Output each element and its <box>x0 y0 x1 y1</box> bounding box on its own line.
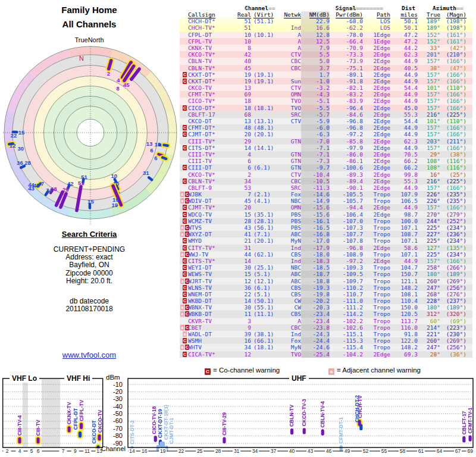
cell-miles: 91.8 <box>390 331 418 337</box>
cell-magn: (225°) <box>440 111 471 118</box>
cell-miles: 107.1 <box>390 251 418 258</box>
cell-real: 14 <box>233 298 251 304</box>
channel-marker-36 <box>21 166 24 168</box>
cell-magn: (47°) <box>440 65 471 71</box>
signal-bar-CBLN-TV-4 <box>321 429 324 435</box>
cell-true: 203° <box>418 138 440 145</box>
cell-magn: (211°) <box>440 138 471 145</box>
channel-tick-label: 64 <box>437 448 443 454</box>
cell-netwk: A <box>280 38 301 45</box>
dbm-tick-label: -20 <box>113 388 123 395</box>
tvfool-link[interactable]: www.tvfool.com <box>62 350 116 359</box>
polar-channel-label: 34 <box>46 187 52 193</box>
cell-netwk: CW <box>280 298 301 304</box>
cell-pwr: -89.4 <box>330 178 363 184</box>
cell-netwk: CTV <box>280 171 301 178</box>
cell-real: 13 <box>233 118 251 124</box>
cell-real: 40 <box>233 58 251 64</box>
cell-pwr: -73.9 <box>330 58 363 64</box>
table-row: CKCO-TV*2CTV-10.4-89.32Edge99.816°(25°) <box>180 171 472 178</box>
cell-miles: 110.4 <box>390 298 418 304</box>
cell-callsign: CHCH-DT* <box>188 18 233 24</box>
bar-callsign-label: CBLN-TV <box>289 404 295 427</box>
cell-miles: 44.9 <box>390 91 418 98</box>
cell-callsign: CBET <box>188 324 233 331</box>
cell-virt: (20.1) <box>251 131 280 137</box>
table-row: CCICO-DT*18(18.1)TVO-5.5-96.42Edge45.015… <box>180 105 472 111</box>
cell-miles: 121.1 <box>390 278 418 284</box>
vhf-hi-band-label: VHF Hi <box>64 374 92 383</box>
channel-tick-label: 7 <box>62 448 65 454</box>
signal-bar-CKCO-TV-3 <box>303 428 306 434</box>
dbm-tick-label: -50 <box>113 410 123 417</box>
cell-callsign: CBLN-TV* <box>188 65 233 71</box>
cell-pwr: -83.9 <box>330 98 363 104</box>
cell-magn: (236°) <box>440 231 471 237</box>
cell-callsign: CKVR-TV <box>188 318 233 324</box>
cell-path: Tropo <box>363 198 390 204</box>
cell-real: 42 <box>233 51 251 58</box>
table-row: CHCH-DT*51(51.1)22.9-68.0LOS50.1189°(198… <box>180 18 472 24</box>
search-criteria-title: Search Criteria <box>0 230 178 239</box>
cell-virt <box>251 138 280 145</box>
vhf-lo-band-label: VHF Lo <box>10 374 39 383</box>
table-row: aCWJBK7(2.1)Fox-14.6-105.5Tropo107.9226°… <box>180 191 472 198</box>
cell-path: 2Edge <box>363 211 390 218</box>
cell-true: 152° <box>418 38 440 45</box>
channel-marker-2 <box>109 61 111 69</box>
cell-true: 101° <box>418 118 440 124</box>
cell-callsign: CITS-TV* <box>188 258 233 264</box>
warning-cell: C <box>180 258 188 264</box>
cell-pwr: -111.2 <box>330 304 363 311</box>
cell-virt <box>251 318 280 324</box>
cell-magn: (166°) <box>440 78 471 84</box>
signal-bar-CKXT-DT-19(1) <box>159 442 165 447</box>
cell-true: 227° <box>418 231 440 237</box>
adjacent-channel-badge: a <box>328 368 334 375</box>
cell-pwr: -75.1 <box>330 65 363 71</box>
cell-netwk: MyN <box>280 344 301 350</box>
cell-path: 2Edge <box>363 124 390 131</box>
channel-tick-label: 43 <box>308 448 314 454</box>
cell-real: 12 <box>233 278 251 284</box>
cell-pwr: -107.8 <box>330 237 363 244</box>
bar-callsign-label: CKCO-DT <box>91 420 97 443</box>
cell-netwk: A <box>280 318 301 324</box>
cell-virt: (5.1) <box>251 271 280 277</box>
cell-nm: -24.6 <box>301 344 330 350</box>
cell-netwk: A <box>280 45 301 51</box>
table-row: CIII-TV6GTN-7.3-86.12Edge66.2108°(116°) <box>180 158 472 164</box>
cell-virt <box>251 24 280 31</box>
warning-cell: C <box>180 245 188 251</box>
cell-true: 152° <box>418 32 440 38</box>
cell-true: 225° <box>418 237 440 244</box>
channel-tick-label: 11 <box>84 448 90 454</box>
cell-callsign: CICO-TV* <box>188 98 233 104</box>
cell-path: 2Edge <box>363 58 390 64</box>
cell-magn: (25°) <box>440 171 471 178</box>
cell-virt: (25.1) <box>251 264 280 271</box>
cell-callsign: CBLFT-17 <box>188 111 233 118</box>
cell-miles: 113.7 <box>390 318 418 324</box>
polar-channel-label: 36 <box>17 159 23 166</box>
cell-real: 13 <box>233 84 251 91</box>
cell-true: 244° <box>418 218 440 224</box>
cell-virt: (62.1) <box>251 251 280 258</box>
cell-true: 29° <box>418 151 440 158</box>
cell-real: 15 <box>233 211 251 218</box>
cell-netwk: SRC <box>280 111 301 118</box>
cell-netwk: CTV <box>280 84 301 91</box>
cell-path: 2Edge <box>363 245 390 251</box>
signal-bar-CHCH-DT-2 <box>359 424 362 430</box>
polar-channel-label: 13 <box>146 140 153 147</box>
cell-virt <box>251 45 280 51</box>
cell-virt <box>251 258 280 264</box>
warning-cell <box>180 84 188 91</box>
cell-path: Tropo <box>363 318 390 324</box>
cell-magn: (36°) <box>440 351 471 358</box>
table-row: CWEYI-DT30(25.1)NBC-18.5-109.3Tropo104.7… <box>180 264 472 271</box>
polar-channel-label: 51 <box>78 180 84 186</box>
cell-miles: 150.7 <box>390 271 418 277</box>
cell-real: 9 <box>233 324 251 331</box>
cell-netwk: Ind <box>280 258 301 264</box>
